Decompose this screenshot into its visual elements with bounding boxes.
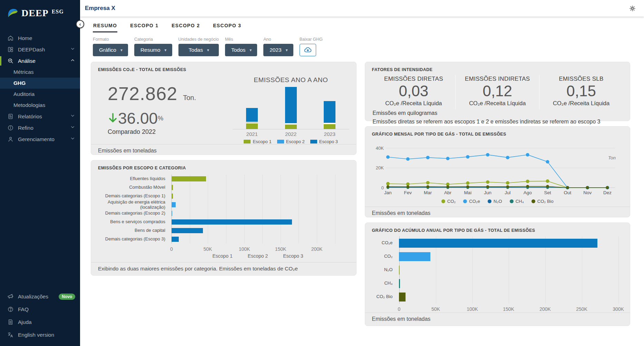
sidebar-item-metricas[interactable]: Métricas: [0, 67, 80, 78]
year-label: 2021: [233, 131, 272, 137]
legend-co-e: CO₂e: [463, 199, 480, 204]
tab-escopo-2[interactable]: ESCOPO 2: [171, 21, 200, 32]
sidebar-item-auditoria[interactable]: Auditoria: [0, 89, 80, 100]
sidebar-item-home[interactable]: Home: [0, 32, 80, 44]
reports-icon: [7, 113, 14, 120]
sidebar-item-ghg[interactable]: GHG: [0, 78, 80, 89]
chevron-down-icon: ▼: [285, 48, 289, 52]
tab-escopo-3[interactable]: ESCOPO 3: [213, 21, 242, 32]
svg-text:Mar: Mar: [424, 190, 432, 195]
sidebar-item-atualizacoes[interactable]: AtualizaçõesNovo: [0, 290, 80, 303]
hbar-label: Combustão Móvel: [98, 185, 168, 190]
sidebar-item-refino[interactable]: Refino: [0, 122, 80, 134]
hbar-axis: 050K100K150K200K: [172, 245, 344, 253]
year-legend: Escopo 1Escopo 2Escopo 3: [233, 139, 349, 144]
filter-select-categoria[interactable]: Resumo▼: [134, 44, 172, 56]
axis-tick: 200K: [539, 306, 551, 312]
tab-bar: RESUMOESCOPO 1ESCOPO 2ESCOPO 3: [80, 17, 644, 32]
metric-value: 0,15: [542, 82, 620, 100]
stacked-bar-2022: [285, 87, 297, 129]
hbar-track: [172, 209, 344, 218]
axis-tick: 50K: [431, 306, 440, 312]
hbar-label: Demais categorias (Escopo 2): [98, 211, 168, 216]
metric-label: EMISSÕES SLB: [542, 76, 620, 82]
hbar-row-bens-e-servicos-comprados: Bens e serviços comprados: [98, 218, 349, 226]
filter-select-ano[interactable]: 2023▼: [263, 44, 293, 56]
topbar: Empresa X: [80, 0, 644, 17]
legend-escopo-2: Escopo 2: [248, 253, 268, 259]
deepesg-logo: DEEPESG: [0, 6, 80, 21]
sidebar-item-label: Métricas: [13, 69, 75, 75]
axis-tick: 250K: [576, 306, 587, 312]
sidebar-collapse-button[interactable]: ‹: [76, 20, 84, 28]
metric-emissoes-diretas: EMISSÕES DIRETAS0,03CO₂e /Receita Líquid…: [372, 75, 456, 109]
legend-chip: [277, 140, 284, 144]
legend-ch: CH₄: [510, 199, 524, 204]
stacked-bar-2023: [324, 101, 335, 129]
sidebar-item-ajuda[interactable]: Ajuda: [0, 316, 80, 328]
hbar-track: [172, 226, 344, 235]
metric-label: EMISSÕES INDIRETAS: [458, 76, 536, 82]
translate-icon: [7, 332, 14, 338]
hbar-row-bens-de-capital: Bens de capital: [98, 226, 349, 235]
legend-escopo-3: Escopo 3: [283, 253, 303, 259]
document-icon: [7, 319, 14, 326]
hbar-label: Bens de capital: [98, 228, 168, 233]
sidebar-item-gerenciamento[interactable]: Gerenciamento: [0, 134, 80, 145]
settings-gear-icon[interactable]: [628, 4, 636, 12]
sidebar-item-metodologias[interactable]: Metodologias: [0, 100, 80, 111]
main-area: Empresa X RESUMOESCOPO 1ESCOPO 2ESCOPO 3…: [80, 0, 644, 346]
segment-escopo-3: [285, 87, 297, 123]
legend-chip: [488, 199, 491, 203]
hbar-label: CH₄: [372, 281, 396, 286]
info-icon: [7, 125, 14, 131]
metric-label: EMISSÕES DIRETAS: [375, 76, 453, 82]
year-axis-labels: 202120222023: [233, 131, 349, 137]
question-icon: [7, 306, 14, 313]
sidebar-item-faq[interactable]: FAQ: [0, 303, 80, 316]
sidebar-item-label: Atualizações: [18, 294, 55, 300]
bar-co-e: [399, 239, 597, 248]
scope-category-footer: Exibindo as duas maiores emissões por ca…: [91, 262, 356, 275]
sidebar-item-english-version[interactable]: English version: [0, 328, 80, 341]
svg-text:Dez: Dez: [603, 190, 611, 195]
hbar-track: [172, 200, 344, 209]
sidebar-item-label: Metodologias: [13, 102, 75, 108]
sidebar-item-analise[interactable]: Análise: [0, 55, 80, 67]
filter-select-unidades-de-negocio[interactable]: Todas▼: [178, 44, 219, 56]
sidebar-item-deepdash[interactable]: DEEPDash: [0, 44, 80, 55]
tab-resumo[interactable]: RESUMO: [93, 21, 117, 32]
home-icon: [7, 35, 14, 42]
filter-value: Gráfico: [99, 47, 116, 53]
scope-category-card: EMISSÕES POR ESCOPO E CATEGORIA Efluente…: [91, 160, 357, 276]
svg-text:Abr: Abr: [444, 190, 451, 195]
chevron-down-icon: [70, 46, 75, 53]
hbar-row-combustao-movel: Combustão Móvel: [98, 183, 349, 192]
filter-select-mes[interactable]: Todos▼: [225, 44, 257, 56]
sidebar-item-label: DEEPDash: [18, 47, 66, 53]
monthly-gas-title: GRÁFICO MENSAL POR TIPO DE GÁS - TOTAL D…: [372, 132, 623, 137]
chevron-down-icon: [70, 113, 75, 120]
hbar-label: CO₂e: [372, 240, 396, 245]
scope-category-title: EMISSÕES POR ESCOPO E CATEGORIA: [98, 166, 349, 170]
legend-escopo-1: Escopo 1: [212, 253, 232, 259]
chevron-down-icon: [70, 136, 75, 142]
hbar-label: N₂O: [372, 267, 396, 272]
bar-efluentes-liquidos: [172, 176, 206, 181]
sidebar-item-relatorios[interactable]: Relatórios: [0, 111, 80, 122]
brand-text: DEEP: [21, 8, 49, 19]
series-co-e: [386, 153, 609, 189]
person-icon: [7, 136, 14, 143]
dashboard-icon: [7, 46, 14, 53]
svg-text:Ago: Ago: [523, 190, 531, 195]
total-emissions-value: 272.862 Ton.: [108, 84, 233, 103]
filter-select-formato[interactable]: Gráfico▼: [93, 44, 128, 56]
bar-co: [399, 252, 430, 261]
sidebar-item-label: Análise: [18, 58, 66, 64]
metric-unit: CO₂e /Receita Líquida: [458, 100, 536, 107]
download-ghg-button[interactable]: [300, 44, 316, 56]
filter-label: Mês: [225, 37, 257, 42]
hbar-row-co: CO₂: [372, 250, 623, 263]
intensity-title: FATORES DE INTENSIDADE: [372, 67, 623, 72]
tab-escopo-1[interactable]: ESCOPO 1: [130, 21, 159, 32]
